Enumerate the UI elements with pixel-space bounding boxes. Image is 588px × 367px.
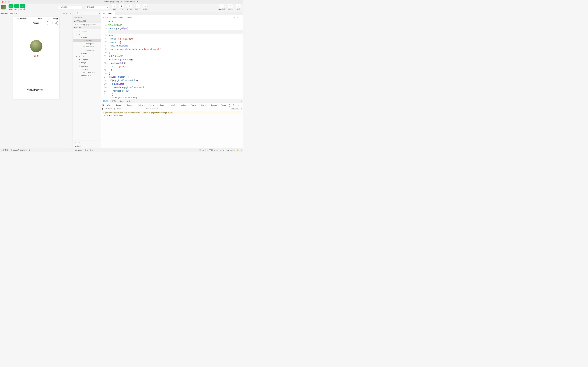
action-编译[interactable]: ⟳编译 [111,4,118,10]
lang[interactable]: JavaScript [227,149,235,151]
right-详情[interactable]: ≡详情 [235,4,242,10]
play-icon[interactable]: ▶ [102,108,104,110]
file-app.js[interactable]: JSapp.js [73,61,101,64]
chrome-tab-memory[interactable]: Memory [147,104,157,106]
chrome-tab-mock[interactable]: Mock [169,104,177,106]
file-logs[interactable]: ▸🖿logs [73,51,101,55]
right-版本管理[interactable]: ⎇版本管理 [217,4,226,10]
user-avatar[interactable] [30,40,42,52]
compile-select[interactable]: 普通编译 ▼ [85,5,109,9]
more-icon[interactable]: ⋯ [240,16,242,18]
devtools-tab-输出[interactable]: 输出 [118,100,125,103]
chrome-tab-wxml[interactable]: Wxml [105,104,113,106]
more-icon[interactable]: ⋯ [72,149,73,151]
minimize-icon[interactable] [5,1,7,3]
devtools-tab-调试器[interactable]: 调试器 [101,100,110,103]
search-icon[interactable]: 🔍 [77,12,79,15]
chrome-tab-sources[interactable]: Sources [125,104,135,106]
gear-icon[interactable]: ⚙ [241,108,242,110]
record-icon[interactable]: ◉ [62,12,65,15]
window-icon[interactable]: ▭ [69,12,71,15]
mute-icon[interactable]: ◁ [65,12,69,15]
mode-select[interactable]: 小程序模式 ▼ [58,5,82,9]
project-avatar[interactable] [1,5,6,9]
file-index.json[interactable]: {}index.json [73,42,101,45]
code-editor[interactable]: 123456789101112131415161718192021222324 … [101,19,243,99]
action-预览[interactable]: ◉预览 [118,4,125,10]
capsule-close-icon[interactable]: ◉ [55,22,57,24]
compare-icon[interactable]: ⇄ [233,16,235,18]
copy-icon[interactable]: ⧉ [29,149,30,151]
eye-icon[interactable]: ◉ [114,108,115,110]
outline-section[interactable]: ▸ 大纲 [73,141,101,144]
close-icon[interactable]: × [240,100,243,102]
chrome-tab-sensor[interactable]: Sensor [199,104,208,106]
devtools-tab-终端[interactable]: 终端 [125,100,132,103]
split-icon[interactable]: ▯▯ [237,16,239,18]
capsule[interactable]: ••• ◉ [47,21,58,25]
chrome-tab-trace[interactable]: Trace [220,104,227,106]
open-editors-section[interactable]: ▾ 打开的编辑器 [73,20,101,23]
chrome-tab-console[interactable]: Console [114,103,124,107]
file-pages[interactable]: ▾🖿pages [73,33,101,36]
clear-icon[interactable]: ⊘ [105,108,107,110]
simulator-device[interactable]: ●●●●● WeChat ⏦ 20:57 97% ▮▮ Weixin ••• ◉… [13,17,60,99]
eol[interactable]: LF [223,149,225,151]
file-index.wxss[interactable]: ≡index.wxss [73,48,101,51]
file-.vscode[interactable]: ▸🖿.vscode [73,29,101,33]
more-icon[interactable]: ⋮ [242,104,243,106]
action-清缓存[interactable]: ≋清缓存 [142,4,149,10]
forward-icon[interactable]: → [110,16,112,18]
file-sitemap.json[interactable]: {}sitemap.json [73,74,101,77]
path-selector[interactable]: 页面路径 ▾ [1,149,9,151]
back-icon[interactable]: ← [107,16,109,18]
action-真机调试[interactable]: ✶真机调试 [125,4,134,10]
console-input-line[interactable]: › console.log("Hello World") [103,114,242,117]
chrome-tab-appdata[interactable]: AppData [178,104,188,106]
inspect-icon[interactable]: ▣ [102,104,104,106]
context-select[interactable]: top ▾ [108,108,112,110]
hidden-badge[interactable]: 1 hidden [231,108,239,110]
action-切后台[interactable]: ⇤切后台 [134,4,141,10]
file-.gitignore[interactable]: ◆.gitignore [73,58,101,61]
project-section[interactable]: ▾ DEMO [73,26,101,29]
git-branch[interactable]: ⎇ master [75,149,83,151]
mode-调试器[interactable]: ⇄调试器 [20,4,25,10]
bell-icon[interactable]: 🔔 [237,149,239,151]
mode-编辑器[interactable]: 编辑器 [14,4,19,10]
levels-select[interactable]: Default levels ▾ [146,108,158,110]
encoding[interactable]: UTF-8 [216,149,221,151]
bookmark-icon[interactable]: ▯ [60,12,63,15]
device-select[interactable]: iPhone 5 100% 16 [1,12,15,15]
mode-模拟器[interactable]: ▭模拟器 [9,4,13,10]
chevron-up-icon[interactable]: ⌃ [237,100,240,102]
chrome-tab-network[interactable]: Network [137,104,146,106]
editor-tab[interactable]: JS index.js × [101,11,115,15]
close-icon[interactable]: × [112,12,113,15]
spaces[interactable]: 空格: 2 [209,149,215,151]
timeline-section[interactable]: ▸ 时间线 [73,144,101,148]
breadcrumb-path[interactable]: pages › index › index.js › ... [113,16,134,18]
filter-input[interactable] [117,108,144,110]
file-utils[interactable]: ▸🖿utils [73,55,101,58]
eye-icon[interactable]: 👁 [68,149,70,151]
cursor-pos[interactable]: 行 4，列 1 [199,149,207,151]
gear-icon[interactable]: ⚙ [232,104,235,106]
close-icon[interactable] [2,1,3,3]
zoom-icon[interactable] [8,1,10,3]
right-测试号[interactable]: ⇱测试号 [227,4,234,10]
errors[interactable]: ⊘ 0 [85,149,88,151]
chrome-tab-storage[interactable]: Storage [209,104,218,106]
close-icon[interactable]: × [75,24,76,26]
menu-icon[interactable]: ≡ [103,16,104,18]
file-index.js[interactable]: JSindex.js [73,39,101,42]
file-index.wxml[interactable]: <>index.wxml [73,45,101,48]
collapse-icon[interactable]: ⇥ [98,12,100,15]
warning-count[interactable]: ▲ 1 [229,103,231,107]
branch-icon[interactable]: ⎇ [80,12,82,15]
capsule-menu-icon[interactable]: ••• [48,22,50,24]
open-editor-item[interactable]: × JS index.js pages/index [73,23,101,26]
warnings[interactable]: ⚠ 0 [90,149,93,151]
window-icon[interactable]: ▭ [241,149,242,151]
file-project.config.json[interactable]: {}project.config.json [73,71,101,74]
